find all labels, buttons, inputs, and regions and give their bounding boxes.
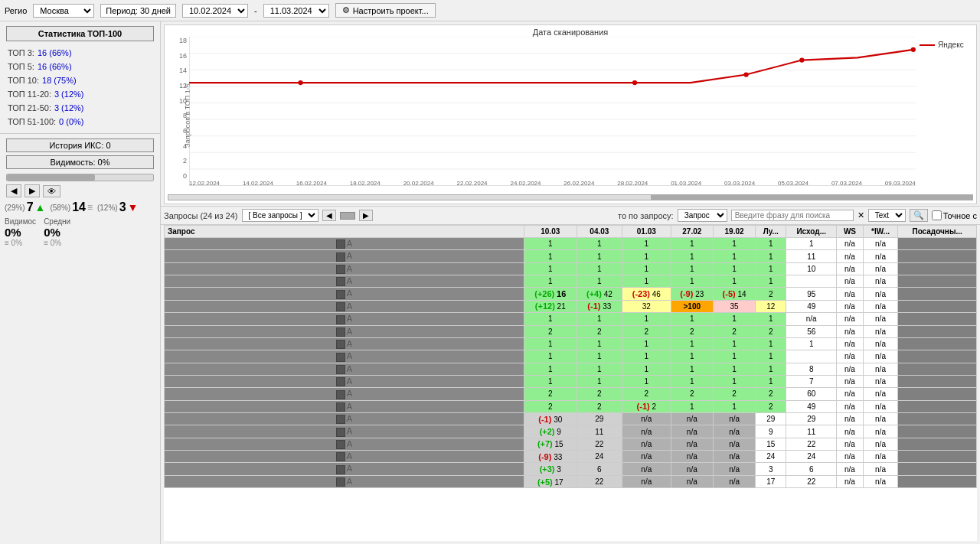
x-axis: 12.02.2024 14.02.2024 16.02.2024 18.02.2… [189,180,916,194]
table-row: A 1 1 1 1 1 1 n/a n/a [165,350,977,363]
stat-down: (12%) 3 ▼ [97,200,138,214]
eye-btn[interactable]: 👁 [43,185,60,197]
left-panel: Статистика ТОП-100 ТОП 3: 16 (66%) ТОП 5… [0,21,161,544]
search-label: то по запросу: [618,211,674,220]
arrow-up-icon: ▲ [35,201,46,213]
stat-up: (29%) 7 ▲ [5,200,45,214]
stat-top11-20: ТОП 11-20: 3 (12%) [8,87,152,101]
table-row: A 2 2 2 2 2 2 56 n/a n/a [165,325,977,337]
region-select[interactable]: Москва [33,4,94,18]
query-cell: A [165,413,524,425]
date-separator: - [254,6,257,15]
settings-btn[interactable]: ⚙ Настроить проект... [335,3,436,18]
exact-match-checkbox[interactable]: Точное с [932,210,977,220]
table-row: A (-1) 30 29 n/a n/a n/a 29 29 n/a n/a [165,413,977,425]
table-row: A (+26) 16 (+4) 42 (-23) 46 (-9) 23 (-5)… [165,288,977,300]
text-type-select[interactable]: Text [868,209,906,222]
scrollbar-track[interactable] [6,174,154,181]
svg-point-14 [743,72,748,77]
stats-list: ТОП 3: 16 (66%) ТОП 5: 16 (66%) ТОП 10: … [0,44,160,130]
vis-vidimos: Видимос 0% ≡ 0% [5,217,36,247]
col-0103: 01.03 [622,226,671,238]
svg-point-16 [911,47,916,52]
col-1003: 10.03 [524,226,577,238]
table-row: A (+12) 21 (-1) 33 32 >100 35 12 49 n/a … [165,300,977,312]
svg-point-15 [799,57,804,62]
query-cell: A [165,337,524,350]
stat-eq: (58%) 14 ≡ [50,200,93,214]
query-cell: A [165,288,524,300]
chart-area: Дата сканирования 18 16 14 12 10 8 6 4 2… [164,24,977,204]
summary-stats: (29%) 7 ▲ (58%) 14 ≡ (12%) 3 ▼ [0,199,160,216]
table-row: A 1 1 1 1 1 1 n/a n/a [165,275,977,288]
query-cell: A [165,262,524,275]
filter-select[interactable]: [ Все запросы ] [242,209,318,222]
table-wrapper[interactable]: Запрос 10.03 04.03 01.03 27.02 19.02 Лу.… [164,225,977,541]
query-cell: A [165,375,524,387]
stat-top51-100: ТОП 51-100: 0 (0%) [8,115,152,129]
nav-prev-btn[interactable]: ◀ [322,210,336,221]
table-row: A 1 1 1 1 1 1 n/a n/a n/a [165,313,977,325]
top-bar: Регио Москва Период: 30 дней 10.02.2024 … [0,0,980,21]
query-cell: A [165,451,524,463]
arrow-eq-icon: ≡ [87,202,93,213]
chart-svg [189,37,916,186]
col-1902: 19.02 [713,226,755,238]
col-0403: 04.03 [577,226,622,238]
search-type-dropdown[interactable]: Запрос [678,209,727,222]
date-from-select[interactable]: 10.02.2024 [182,4,248,18]
col-lu: Лу... [756,226,786,238]
query-cell: A [165,363,524,375]
scroll-prev-btn[interactable]: ◀ [6,184,21,197]
svg-point-12 [298,80,302,85]
scroll-next-btn[interactable]: ▶ [24,184,40,197]
scroll-controls: ◀ ▶ 👁 [0,183,160,199]
search-go-btn[interactable]: 🔍 [910,209,928,222]
svg-point-13 [632,80,637,85]
close-search-btn[interactable]: ✕ [858,210,864,220]
col-iw: *IW... [863,226,897,238]
table-row: A 2 2 (-1) 2 1 1 2 49 n/a n/a [165,400,977,412]
nav-next-btn[interactable]: ▶ [359,210,373,221]
col-pos: Посадочны... [898,226,977,238]
stat-top10: ТОП 10: 18 (75%) [8,73,152,87]
query-cell: A [165,350,524,363]
query-cell: A [165,388,524,400]
table-row: A 1 1 1 1 1 1 1 n/a n/a [165,337,977,350]
col-2702: 27.02 [671,226,713,238]
stat-top5: ТОП 5: 16 (66%) [8,60,152,73]
query-cell: A [165,250,524,262]
query-cell: A [165,400,524,412]
region-label: Регио [5,6,27,15]
chart-scroll-thumb[interactable] [651,195,972,200]
query-cell: A [165,463,524,475]
scrollbar-thumb[interactable] [7,174,95,181]
search-input[interactable] [731,210,854,221]
chart-scrollbar[interactable] [168,194,973,200]
arrow-down-icon: ▼ [128,201,139,213]
table-row: A 1 1 1 1 1 1 8 n/a n/a [165,363,977,375]
query-cell: A [165,238,524,250]
col-query: Запрос [165,226,524,238]
table-row: A (+3) 3 6 n/a n/a n/a 3 6 n/a n/a [165,463,977,475]
table-row: A 2 2 2 2 2 2 60 n/a n/a [165,388,977,400]
table-row: A 1 1 1 1 1 1 10 n/a n/a [165,262,977,275]
query-cell: A [165,475,524,487]
legend-line [920,44,935,46]
visibility-btn[interactable]: Видимость: 0% [6,155,154,169]
query-controls-bar: Запросы (24 из 24) [ Все запросы ] ◀ ▶ т… [161,206,980,225]
query-cell: A [165,300,524,312]
col-ws: WS [837,226,864,238]
query-count: Запросы (24 из 24) [164,211,238,220]
stat-top21-50: ТОП 21-50: 3 (12%) [8,101,152,115]
date-to-select[interactable]: 11.03.2024 [263,4,329,18]
history-iks-btn[interactable]: История ИКС: 0 [6,138,154,152]
stats-top100-btn[interactable]: Статистика ТОП-100 [6,26,154,41]
visibility-summary: Видимос 0% ≡ 0% Средни 0% ≡ 0% [0,216,160,250]
vis-sredni: Средни 0% ≡ 0% [44,217,70,247]
query-cell: A [165,275,524,288]
period-btn[interactable]: Период: 30 дней [100,4,176,18]
legend-yandex: Яндекс [938,41,964,49]
stat-top3: ТОП 3: 16 (66%) [8,46,152,60]
chart-title: Дата сканирования [165,25,976,37]
